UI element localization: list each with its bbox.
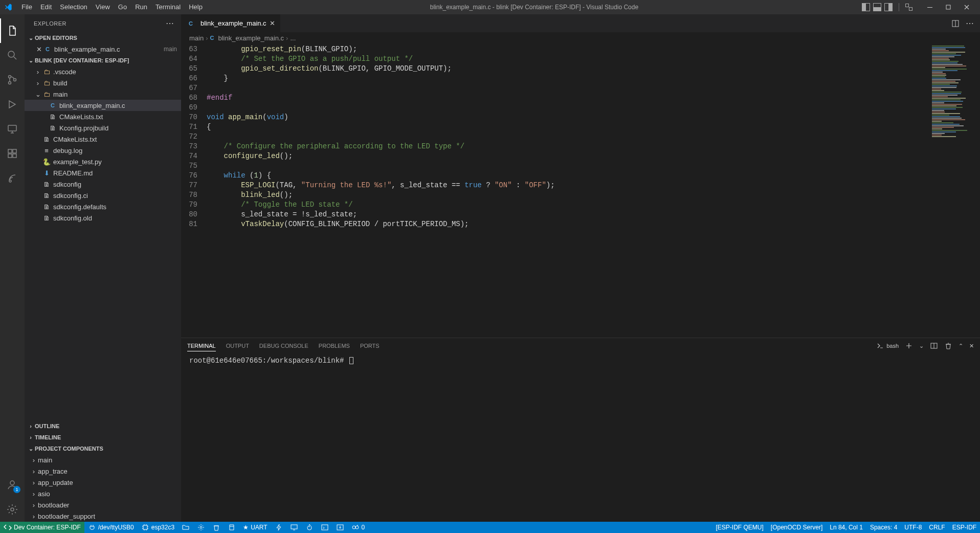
activity-espressif[interactable]: [0, 166, 25, 190]
panel-tab-ports[interactable]: PORTS: [360, 341, 380, 351]
toggle-panel-left-icon[interactable]: [862, 3, 870, 11]
status-fire-icon[interactable]: [302, 522, 317, 533]
status-monitor-icon[interactable]: [286, 522, 302, 533]
status-item[interactable]: Spaces: 4: [866, 522, 901, 533]
activity-extensions[interactable]: [0, 141, 25, 166]
breadcrumb-item[interactable]: main: [189, 34, 204, 42]
status-item[interactable]: UTF-8: [901, 522, 925, 533]
menu-terminal[interactable]: Terminal: [151, 0, 185, 14]
folder-item[interactable]: ⌄🗀main: [25, 88, 181, 100]
status-item[interactable]: CRLF: [925, 522, 948, 533]
status-errors[interactable]: 0: [348, 522, 369, 533]
chevron-icon: ⌄: [34, 91, 42, 98]
file-item[interactable]: ≡debug.log: [25, 145, 181, 156]
code-body[interactable]: gpio_reset_pin(BLINK_GPIO); /* Set the G…: [207, 43, 929, 338]
component-item[interactable]: ›main: [25, 454, 181, 465]
new-terminal-icon[interactable]: [905, 342, 913, 350]
section-outline[interactable]: › OUTLINE: [25, 420, 181, 432]
maximize-panel-icon[interactable]: ⌃: [959, 343, 963, 349]
status-remote[interactable]: Dev Container: ESP-IDF: [0, 522, 84, 533]
component-item[interactable]: ›app_update: [25, 477, 181, 488]
status-item[interactable]: Ln 84, Col 1: [826, 522, 866, 533]
breadcrumb-item[interactable]: blink_example_main.c: [218, 34, 284, 42]
status-terminal-icon[interactable]: [317, 522, 332, 533]
editor-more-icon[interactable]: ⋯: [966, 18, 975, 28]
panel-tab-terminal[interactable]: TERMINAL: [187, 341, 216, 351]
file-item[interactable]: 🗎sdkconfig: [25, 179, 181, 190]
menu-selection[interactable]: Selection: [56, 0, 91, 14]
status-build-icon[interactable]: [224, 522, 239, 533]
status-item[interactable]: [OpenOCD Server]: [767, 522, 826, 533]
menu-go[interactable]: Go: [114, 0, 131, 14]
file-item[interactable]: 🗎sdkconfig.defaults: [25, 201, 181, 212]
section-timeline[interactable]: › TIMELINE: [25, 432, 181, 443]
menu-edit[interactable]: Edit: [36, 0, 56, 14]
file-item[interactable]: 🗎CMakeLists.txt: [25, 134, 181, 145]
code-editor[interactable]: 63 64 65 66 67 68 69 70 71 72 73 74 75 7…: [181, 43, 980, 338]
sidebar-more-icon[interactable]: ⋯: [166, 18, 175, 28]
file-item[interactable]: 🗎sdkconfig.old: [25, 212, 181, 224]
file-item[interactable]: ⬇README.md: [25, 167, 181, 179]
menu-view[interactable]: View: [92, 0, 114, 14]
section-open-editors[interactable]: ⌄ OPEN EDITORS: [25, 32, 181, 43]
terminal-shell-indicator[interactable]: bash: [876, 342, 899, 350]
maximize-button[interactable]: [939, 0, 957, 14]
component-item[interactable]: ›bootloader_support: [25, 510, 181, 522]
open-editor-item[interactable]: ✕Cblink_example_main.cmain: [25, 43, 181, 55]
component-item[interactable]: ›bootloader: [25, 499, 181, 510]
file-item[interactable]: 🗎CMakeLists.txt: [25, 111, 181, 122]
file-item[interactable]: 🗎Kconfig.projbuild: [25, 122, 181, 134]
breadcrumb-item[interactable]: ...: [290, 34, 296, 42]
status-item[interactable]: [ESP-IDF QEMU]: [712, 522, 767, 533]
activity-search[interactable]: [0, 43, 25, 68]
menu-help[interactable]: Help: [185, 0, 207, 14]
close-icon[interactable]: ✕: [35, 46, 43, 53]
status-item[interactable]: ESP-IDF: [949, 522, 980, 533]
minimap[interactable]: [929, 43, 980, 338]
menu-run[interactable]: Run: [131, 0, 151, 14]
toggle-panel-bottom-icon[interactable]: [873, 3, 881, 11]
tab-close-icon[interactable]: ✕: [270, 19, 275, 27]
breadcrumb[interactable]: main › C blink_example_main.c › ...: [181, 32, 980, 43]
menu-file[interactable]: File: [17, 0, 36, 14]
minimize-button[interactable]: [921, 0, 939, 14]
panel-tab-problems[interactable]: PROBLEMS: [319, 341, 350, 351]
activity-settings[interactable]: [0, 497, 25, 522]
file-item[interactable]: 🗎sdkconfig.ci: [25, 190, 181, 201]
folder-item[interactable]: ›🗀build: [25, 77, 181, 88]
kill-terminal-icon[interactable]: [944, 342, 952, 350]
file-item[interactable]: Cblink_example_main.c: [25, 100, 181, 111]
terminal-body[interactable]: root@61e646e07665:/workspaces/blink#: [181, 353, 980, 522]
section-project-components[interactable]: ⌄ PROJECT COMPONENTS: [25, 443, 181, 454]
file-item[interactable]: 🐍example_test.py: [25, 156, 181, 167]
status-download-icon[interactable]: [332, 522, 348, 533]
tab-blink-example-main[interactable]: C blink_example_main.c ✕: [181, 14, 281, 32]
panel-tab-debug-console[interactable]: DEBUG CONSOLE: [259, 341, 308, 351]
status-sdkconfig-icon[interactable]: [178, 522, 193, 533]
folder-icon: 🗀: [42, 79, 51, 87]
section-workspace[interactable]: ⌄ BLINK [DEV CONTAINER: ESP-IDF]: [25, 55, 181, 66]
component-item[interactable]: ›app_trace: [25, 465, 181, 477]
chevron-down-icon: ⌄: [27, 446, 35, 452]
activity-scm[interactable]: [0, 68, 25, 92]
split-editor-icon[interactable]: [951, 19, 960, 28]
status-flash-icon[interactable]: [271, 522, 286, 533]
status-uart[interactable]: ★UART: [239, 522, 271, 533]
close-panel-icon[interactable]: ✕: [969, 343, 974, 349]
component-item[interactable]: ›asio: [25, 488, 181, 499]
chevron-down-icon[interactable]: ⌄: [919, 343, 924, 349]
status-chip[interactable]: esp32c3: [138, 522, 178, 533]
activity-remote-explorer[interactable]: [0, 117, 25, 141]
activity-explorer[interactable]: [0, 18, 25, 43]
folder-item[interactable]: ›🗀.vscode: [25, 66, 181, 77]
toggle-panel-right-icon[interactable]: [884, 3, 893, 11]
layout-grid-icon[interactable]: [905, 4, 912, 11]
close-button[interactable]: [957, 0, 976, 14]
status-settings-icon[interactable]: [193, 522, 209, 533]
activity-debug[interactable]: [0, 92, 25, 117]
split-terminal-icon[interactable]: [930, 342, 938, 350]
activity-accounts[interactable]: 1: [0, 473, 25, 497]
panel-tab-output[interactable]: OUTPUT: [226, 341, 249, 351]
status-clean-icon[interactable]: [209, 522, 224, 533]
status-port[interactable]: /dev/ttyUSB0: [84, 522, 138, 533]
